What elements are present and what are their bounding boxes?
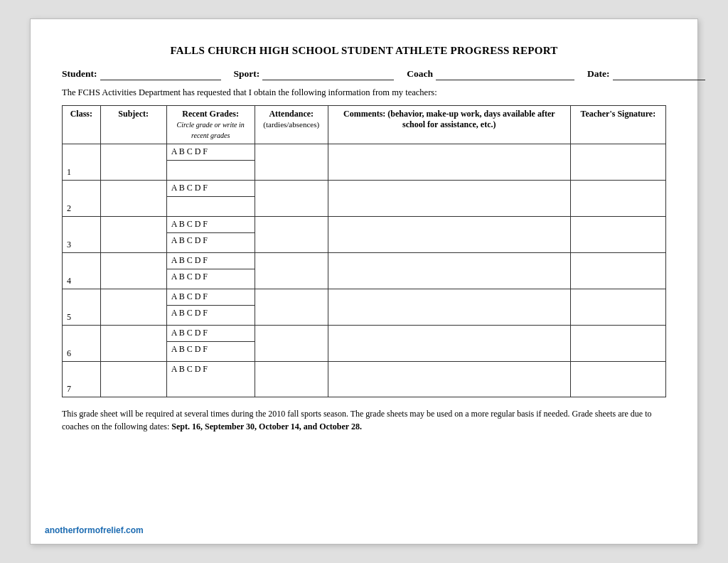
row-grades-2b <box>166 197 255 217</box>
row-signature-3 <box>570 217 665 253</box>
row-grades-5: A B C D F <box>166 289 255 306</box>
row-signature-6 <box>570 326 665 362</box>
row-signature-2 <box>570 181 665 217</box>
row-comments-1 <box>328 144 570 181</box>
col-comments-header: Comments: (behavior, make-up work, days … <box>328 106 570 144</box>
row-grades-4b: A B C D F <box>166 269 255 289</box>
row-num-6: 6 <box>63 326 101 362</box>
row-grades-1: A B C D F <box>166 144 255 161</box>
row-subject-7 <box>100 362 166 397</box>
row-attendance-7 <box>255 362 328 397</box>
row-subject-3 <box>100 217 166 253</box>
row-subject-2 <box>100 181 166 217</box>
coach-label: Coach <box>407 68 433 80</box>
row-attendance-5 <box>255 289 328 326</box>
row-num-7: 7 <box>63 362 101 397</box>
date-label: Date: <box>587 68 609 80</box>
attendance-sub-label: (tardies/absences) <box>263 120 319 129</box>
date-field: Date: <box>587 68 705 80</box>
student-field: Student: <box>62 68 221 80</box>
row-grades-2: A B C D F <box>166 181 255 197</box>
col-grades-header: Recent Grades: Circle grade or write in … <box>166 106 255 144</box>
row-attendance-4 <box>255 253 328 289</box>
row-num-3: 3 <box>63 217 101 253</box>
row-comments-4 <box>328 253 570 289</box>
header-row: Student: Sport: Coach Date: <box>62 68 666 80</box>
row-signature-1 <box>570 144 665 181</box>
row-subject-4 <box>100 253 166 289</box>
row-signature-5 <box>570 289 665 326</box>
sport-label: Sport: <box>234 68 260 80</box>
table-row: 2 A B C D F <box>63 181 666 197</box>
row-comments-2 <box>328 181 570 217</box>
row-num-5: 5 <box>63 289 101 326</box>
student-label: Student: <box>62 68 97 80</box>
coach-field: Coach <box>407 68 574 80</box>
row-attendance-2 <box>255 181 328 217</box>
progress-table: Class: Subject: Recent Grades: Circle gr… <box>62 105 666 397</box>
table-row: 3 A B C D F <box>63 217 666 233</box>
row-comments-6 <box>328 326 570 362</box>
col-signature-header: Teacher's Signature: <box>570 106 665 144</box>
table-row: 7 A B C D F <box>63 362 666 397</box>
row-subject-6 <box>100 326 166 362</box>
row-num-2: 2 <box>63 181 101 217</box>
row-attendance-6 <box>255 326 328 362</box>
attendance-main-label: Attendance: <box>269 109 314 119</box>
row-signature-4 <box>570 253 665 289</box>
row-grades-3b: A B C D F <box>166 233 255 253</box>
grades-main-label: Recent Grades: <box>182 109 239 119</box>
intro-text: The FCHS Activities Department has reque… <box>62 87 666 98</box>
sport-field: Sport: <box>234 68 395 80</box>
row-num-1: 1 <box>63 144 101 181</box>
row-signature-7 <box>570 362 665 397</box>
row-attendance-1 <box>255 144 328 181</box>
row-grades-3: A B C D F <box>166 217 255 233</box>
page-title: FALLS CHURCH HIGH SCHOOL STUDENT ATHLETE… <box>62 45 666 57</box>
table-row: 5 A B C D F <box>63 289 666 306</box>
table-row: 4 A B C D F <box>63 253 666 269</box>
col-attendance-header: Attendance: (tardies/absences) <box>255 106 328 144</box>
row-grades-7: A B C D F <box>166 362 255 397</box>
row-subject-5 <box>100 289 166 326</box>
row-comments-3 <box>328 217 570 253</box>
table-row: 1 A B C D F <box>63 144 666 161</box>
col-subject-header: Subject: <box>100 106 166 144</box>
page: FALLS CHURCH HIGH SCHOOL STUDENT ATHLETE… <box>30 18 698 545</box>
row-grades-6: A B C D F <box>166 326 255 342</box>
footer-bold: Sept. 16, September 30, October 14, and … <box>171 422 362 431</box>
row-comments-7 <box>328 362 570 397</box>
col-class-header: Class: <box>63 106 101 144</box>
row-grades-5b: A B C D F <box>166 306 255 326</box>
row-comments-5 <box>328 289 570 326</box>
row-grades-6b: A B C D F <box>166 342 255 362</box>
footer-text: This grade sheet will be required at sev… <box>62 407 666 433</box>
row-subject-1 <box>100 144 166 181</box>
watermark: anotherformofrelief.com <box>45 525 144 535</box>
row-num-4: 4 <box>63 253 101 289</box>
grades-sub-label: Circle grade or write in recent grades <box>177 121 245 139</box>
row-grades-1b <box>166 161 255 181</box>
row-attendance-3 <box>255 217 328 253</box>
table-row: 6 A B C D F <box>63 326 666 342</box>
row-grades-4: A B C D F <box>166 253 255 269</box>
table-header-row: Class: Subject: Recent Grades: Circle gr… <box>63 106 666 144</box>
